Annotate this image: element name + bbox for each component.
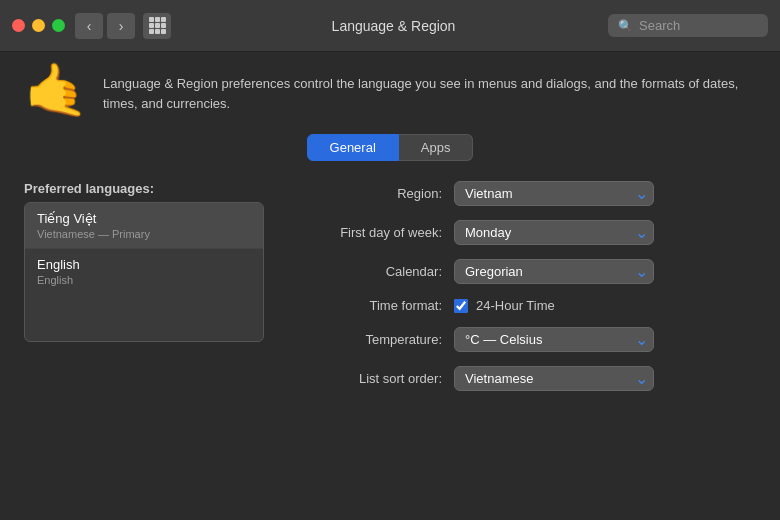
forward-icon: › bbox=[119, 18, 124, 34]
time-format-control: 24-Hour Time bbox=[454, 298, 756, 313]
tabs-container: General Apps bbox=[24, 134, 756, 161]
region-control: Vietnam ⌄ bbox=[454, 181, 756, 206]
first-day-control: Monday ⌄ bbox=[454, 220, 756, 245]
list-sort-order-label: List sort order: bbox=[294, 371, 454, 386]
first-day-select-wrapper: Monday ⌄ bbox=[454, 220, 654, 245]
grid-icon bbox=[149, 17, 166, 34]
calendar-control: Gregorian ⌄ bbox=[454, 259, 756, 284]
first-day-row: First day of week: Monday ⌄ bbox=[294, 220, 756, 245]
list-sort-order-select[interactable]: Vietnamese Universal bbox=[454, 366, 654, 391]
minimize-button[interactable] bbox=[32, 19, 45, 32]
list-sort-order-row: List sort order: Vietnamese Universal ⌄ bbox=[294, 366, 756, 391]
temperature-select-wrapper: °C — Celsius °F — Fahrenheit ⌄ bbox=[454, 327, 654, 352]
preferred-languages-label: Preferred languages: bbox=[24, 181, 264, 196]
titlebar: ‹ › Language & Region 🔍 bbox=[0, 0, 780, 52]
time-format-checkbox-row: 24-Hour Time bbox=[454, 298, 756, 313]
language-name: Tiếng Việt bbox=[37, 211, 251, 226]
search-icon: 🔍 bbox=[618, 19, 633, 33]
back-button[interactable]: ‹ bbox=[75, 13, 103, 39]
forward-button[interactable]: › bbox=[107, 13, 135, 39]
region-select[interactable]: Vietnam bbox=[454, 181, 654, 206]
language-subtitle: Vietnamese — Primary bbox=[37, 228, 251, 240]
language-panel: Preferred languages: Tiếng Việt Vietname… bbox=[24, 181, 264, 342]
calendar-row: Calendar: Gregorian ⌄ bbox=[294, 259, 756, 284]
search-input[interactable] bbox=[639, 18, 758, 33]
region-select-wrapper: Vietnam ⌄ bbox=[454, 181, 654, 206]
language-item-vietnamese[interactable]: Tiếng Việt Vietnamese — Primary bbox=[25, 203, 263, 249]
temperature-label: Temperature: bbox=[294, 332, 454, 347]
close-button[interactable] bbox=[12, 19, 25, 32]
tab-general[interactable]: General bbox=[307, 134, 399, 161]
header-description: Language & Region preferences control th… bbox=[103, 68, 756, 113]
first-day-label: First day of week: bbox=[294, 225, 454, 240]
time-format-label: Time format: bbox=[294, 298, 454, 313]
list-sort-order-select-wrapper: Vietnamese Universal ⌄ bbox=[454, 366, 654, 391]
first-day-select[interactable]: Monday bbox=[454, 220, 654, 245]
region-label: Region: bbox=[294, 186, 454, 201]
flag-emoji: 🤙 bbox=[24, 64, 89, 116]
language-name: English bbox=[37, 257, 251, 272]
calendar-select[interactable]: Gregorian bbox=[454, 259, 654, 284]
language-list: Tiếng Việt Vietnamese — Primary English … bbox=[24, 202, 264, 342]
calendar-label: Calendar: bbox=[294, 264, 454, 279]
temperature-select[interactable]: °C — Celsius °F — Fahrenheit bbox=[454, 327, 654, 352]
temperature-control: °C — Celsius °F — Fahrenheit ⌄ bbox=[454, 327, 756, 352]
nav-buttons: ‹ › bbox=[75, 13, 135, 39]
temperature-row: Temperature: °C — Celsius °F — Fahrenhei… bbox=[294, 327, 756, 352]
main-layout: Preferred languages: Tiếng Việt Vietname… bbox=[24, 181, 756, 405]
calendar-select-wrapper: Gregorian ⌄ bbox=[454, 259, 654, 284]
time-format-row: Time format: 24-Hour Time bbox=[294, 298, 756, 313]
language-item-english[interactable]: English English bbox=[25, 249, 263, 294]
language-subtitle: English bbox=[37, 274, 251, 286]
maximize-button[interactable] bbox=[52, 19, 65, 32]
time-format-checkbox-label: 24-Hour Time bbox=[476, 298, 555, 313]
grid-view-button[interactable] bbox=[143, 13, 171, 39]
window-controls bbox=[12, 19, 65, 32]
search-box[interactable]: 🔍 bbox=[608, 14, 768, 37]
back-icon: ‹ bbox=[87, 18, 92, 34]
window-title: Language & Region bbox=[179, 18, 608, 34]
header-section: 🤙 Language & Region preferences control … bbox=[24, 68, 756, 116]
region-row: Region: Vietnam ⌄ bbox=[294, 181, 756, 206]
list-sort-order-control: Vietnamese Universal ⌄ bbox=[454, 366, 756, 391]
tab-apps[interactable]: Apps bbox=[399, 134, 474, 161]
settings-panel: Region: Vietnam ⌄ First day of week: bbox=[294, 181, 756, 405]
time-format-checkbox[interactable] bbox=[454, 299, 468, 313]
content-area: 🤙 Language & Region preferences control … bbox=[0, 52, 780, 421]
